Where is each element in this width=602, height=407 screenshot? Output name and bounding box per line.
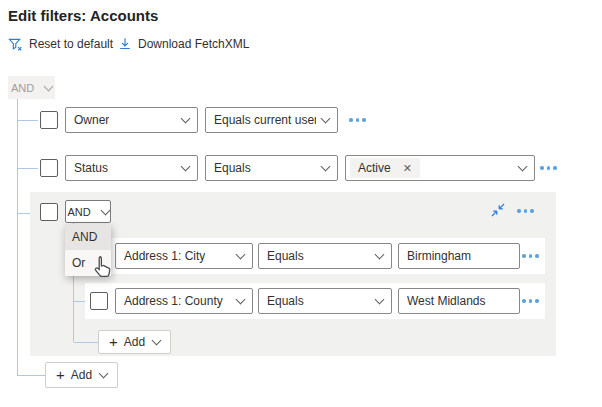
group-operator-label: AND [67, 206, 90, 218]
group-more-commands-button[interactable] [517, 209, 534, 213]
operator-select[interactable]: Equals [258, 243, 392, 269]
chevron-down-icon [375, 295, 385, 305]
value-input[interactable] [398, 243, 520, 269]
tree-line [74, 342, 98, 343]
field-select-value: Address 1: County [124, 294, 223, 308]
tree-line [18, 168, 38, 169]
root-add-label: Add [71, 368, 92, 382]
chevron-down-icon [375, 250, 385, 260]
chevron-down-icon [44, 81, 54, 91]
value-multiselect[interactable]: Active ✕ [345, 155, 535, 181]
page-title: Edit filters: Accounts [8, 7, 158, 24]
chevron-down-icon [152, 336, 162, 346]
menu-option-and[interactable]: AND [65, 224, 111, 250]
reset-to-default-label: Reset to default [29, 37, 113, 51]
field-select[interactable]: Address 1: City [115, 243, 253, 269]
plus-icon: + [56, 367, 65, 382]
row-checkbox[interactable] [40, 159, 58, 177]
row-more-commands-button[interactable] [349, 118, 366, 122]
operator-select-value: Equals current user [214, 113, 316, 127]
tree-line [74, 301, 85, 302]
field-select-value: Address 1: City [124, 249, 205, 263]
root-operator-label: AND [11, 82, 34, 94]
field-select-value: Owner [74, 113, 109, 127]
chevron-down-icon [181, 114, 191, 124]
field-select[interactable]: Owner [65, 107, 198, 133]
operator-select-value: Equals [214, 161, 251, 175]
tree-line [17, 99, 18, 376]
group-add-label: Add [124, 335, 145, 349]
root-add-button[interactable]: + Add [45, 362, 118, 388]
value-input[interactable] [398, 288, 520, 314]
operator-select[interactable]: Equals current user [205, 107, 338, 133]
chevron-down-icon [236, 295, 246, 305]
chevron-down-icon [100, 205, 110, 215]
row-checkbox[interactable] [90, 292, 108, 310]
root-operator-dropdown[interactable]: AND [8, 76, 55, 99]
tree-line [18, 375, 45, 376]
operator-select[interactable]: Equals [205, 155, 338, 181]
value-tag: Active ✕ [350, 158, 420, 178]
row-more-commands-button[interactable] [522, 299, 539, 303]
collapse-group-button[interactable] [490, 202, 506, 221]
chevron-down-icon [181, 162, 191, 172]
download-icon [118, 37, 132, 51]
row-more-commands-button[interactable] [540, 166, 557, 170]
plus-icon: + [109, 334, 118, 349]
dismiss-icon[interactable]: ✕ [403, 163, 412, 174]
operator-select[interactable]: Equals [258, 288, 392, 314]
chevron-down-icon [321, 162, 331, 172]
value-tag-label: Active [358, 161, 391, 175]
chevron-down-icon [321, 114, 331, 124]
field-select[interactable]: Address 1: County [115, 288, 253, 314]
group-add-button[interactable]: + Add [98, 330, 171, 354]
operator-select-value: Equals [267, 294, 304, 308]
menu-option-or[interactable]: Or [65, 250, 111, 276]
reset-to-default-button[interactable]: Reset to default [8, 35, 113, 53]
download-fetchxml-button[interactable]: Download FetchXML [118, 35, 249, 53]
field-select-value: Status [74, 161, 108, 175]
row-more-commands-button[interactable] [522, 254, 539, 258]
chevron-down-icon [518, 162, 528, 172]
filter-clear-icon [8, 37, 23, 52]
operator-select-value: Equals [267, 249, 304, 263]
collapse-icon [490, 202, 506, 218]
group-checkbox[interactable] [40, 203, 58, 221]
chevron-down-icon [236, 250, 246, 260]
download-fetchxml-label: Download FetchXML [138, 37, 249, 51]
operator-dropdown-menu: AND Or [65, 224, 111, 276]
chevron-down-icon [99, 369, 109, 379]
tree-line [18, 120, 38, 121]
field-select[interactable]: Status [65, 155, 198, 181]
row-checkbox[interactable] [40, 111, 58, 129]
group-operator-dropdown[interactable]: AND [65, 200, 111, 223]
